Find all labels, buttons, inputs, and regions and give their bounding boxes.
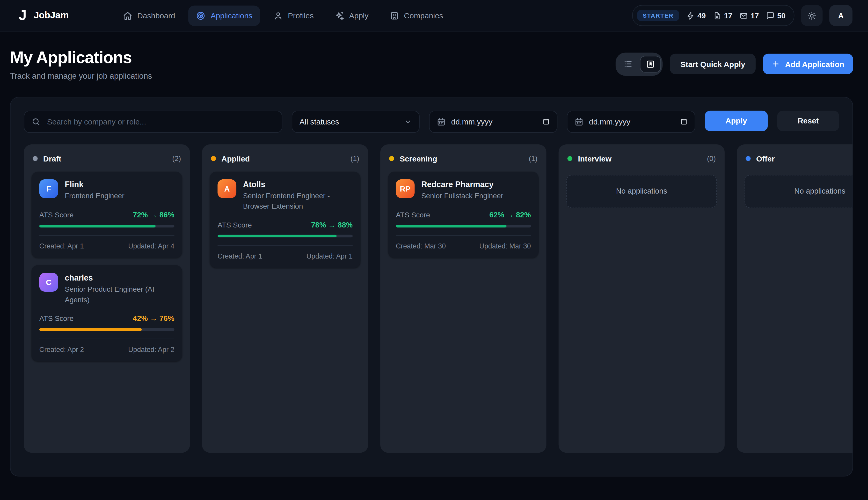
sun-icon [807,11,816,20]
list-view-button[interactable] [617,56,639,72]
card-dates: Created: Apr 1 Updated: Apr 1 [217,252,352,260]
ats-score-row: ATS Score 62% → 82% [396,211,531,219]
column-header: Screening (1) [388,152,539,171]
column-cards: No applications [745,171,853,208]
column-count: (0) [707,155,716,163]
ats-score-row: ATS Score 42% → 76% [40,314,174,322]
status-dot-icon [389,156,394,161]
created-date: Created: Apr 1 [217,252,262,260]
search-box [24,111,282,133]
calendar-icon [437,117,446,126]
empty-state-text: No applications [616,187,667,195]
page-head: My Applications Track and manage your jo… [10,48,853,80]
company-avatar: A [217,179,236,198]
column-header: Draft (2) [32,152,182,171]
company-name: Flink [65,179,124,190]
card-dates: Created: Apr 1 Updated: Apr 4 [40,242,174,250]
calendar-icon [575,117,584,126]
nav-label: Companies [404,11,443,20]
nav-item-dashboard[interactable]: Dashboard [115,5,183,26]
page-actions: Start Quick Apply Add Application [616,53,853,76]
kanban-column: Offer No applications [737,144,853,452]
kanban-column: Draft (2) F Flink Frontend Engineer ATS … [24,144,190,452]
ats-score-label: ATS Score [217,221,252,229]
date-picker-icon[interactable] [680,118,688,125]
ats-progress-fill [217,235,336,237]
application-card[interactable]: F Flink Frontend Engineer ATS Score 72% … [32,171,182,258]
main-content: My Applications Track and manage your jo… [0,48,868,476]
theme-toggle-button[interactable] [801,5,822,26]
board-clip: Draft (2) F Flink Frontend Engineer ATS … [24,144,853,452]
job-role: Frontend Engineer [65,191,124,201]
status-select[interactable]: All statuses [292,111,420,133]
nav-item-apply[interactable]: Apply [327,5,376,26]
ats-score-label: ATS Score [396,211,430,219]
brand[interactable]: J JobJam [19,9,69,22]
nav-item-profiles[interactable]: Profiles [266,5,321,26]
ats-progress-fill [396,224,507,227]
card-divider [40,235,174,236]
created-date: Created: Mar 30 [396,242,446,250]
kanban-column: Applied (1) A Atolls Senior Frontend Eng… [202,144,368,452]
app-logo-icon: J [19,8,27,22]
card-divider [396,235,531,236]
date-from-input[interactable]: dd.mm.yyyy [429,111,557,133]
updated-date: Updated: Apr 4 [128,242,174,250]
mail-stat: 17 [740,11,759,20]
column-cards: No applications [566,171,717,208]
ats-score-label: ATS Score [40,211,74,219]
ats-progress-fill [40,328,142,331]
application-card[interactable]: RP Redcare Pharmacy Senior Fullstack Eng… [388,171,539,258]
search-input[interactable] [46,116,274,126]
page-subtitle: Track and manage your job applications [10,71,152,80]
nav-label: Dashboard [137,11,175,20]
column-title: Draft [43,154,167,163]
kanban-view-button[interactable] [640,56,661,72]
company-name: Redcare Pharmacy [421,179,503,190]
nav-item-companies[interactable]: Companies [382,5,451,26]
kanban-board: Draft (2) F Flink Frontend Engineer ATS … [24,144,853,452]
application-card[interactable]: A Atolls Senior Frontend Engineer - Brow… [210,171,360,268]
mail-icon [740,11,748,20]
ats-score-value: 62% → 82% [489,211,531,219]
status-dot-icon [746,156,751,161]
stat-value: 49 [697,11,706,20]
user-avatar[interactable]: A [829,5,853,26]
ats-score-row: ATS Score 72% → 86% [40,211,174,219]
company-name: Atolls [243,179,352,190]
ats-progress-track [40,224,174,227]
updated-date: Updated: Apr 1 [306,252,352,260]
date-picker-icon[interactable] [543,118,550,125]
updated-date: Updated: Apr 2 [128,346,174,353]
company-name: charles [65,273,174,283]
ats-progress-fill [40,224,156,227]
plan-badge: STARTER [637,10,679,21]
column-cards: F Flink Frontend Engineer ATS Score 72% … [32,171,182,361]
column-cards: A Atolls Senior Frontend Engineer - Brow… [210,171,360,268]
reset-filters-button[interactable]: Reset [777,111,839,131]
nav-item-applications[interactable]: Applications [189,5,260,26]
apply-filters-button[interactable]: Apply [704,111,768,131]
start-quick-apply-button[interactable]: Start Quick Apply [670,54,756,74]
company-avatar: RP [396,179,415,198]
file-icon [713,11,721,20]
card-header: C charles Senior Product Engineer (AI Ag… [40,273,174,305]
column-header: Applied (1) [210,152,360,171]
user-icon [273,11,283,20]
plus-icon [772,60,780,68]
filters-bar: All statuses dd.mm.yyyy dd.mm.yyyy Apply… [24,111,839,133]
column-count: (2) [172,155,181,163]
search-icon [32,117,41,126]
column-count: (1) [350,155,359,163]
kanban-column: Screening (1) RP Redcare Pharmacy Senior… [380,144,546,452]
card-header: F Flink Frontend Engineer [40,179,174,201]
application-card[interactable]: C charles Senior Product Engineer (AI Ag… [32,265,182,361]
add-application-button[interactable]: Add Application [763,54,853,74]
stat-value: 50 [777,11,786,20]
job-role: Senior Fullstack Engineer [421,191,503,201]
date-to-input[interactable]: dd.mm.yyyy [567,111,695,133]
sparkles-icon [335,11,344,20]
header-right: STARTER 49 17 17 50 [632,5,853,26]
card-header: A Atolls Senior Frontend Engineer - Brow… [217,179,352,211]
ats-score-value: 72% → 86% [133,211,174,219]
